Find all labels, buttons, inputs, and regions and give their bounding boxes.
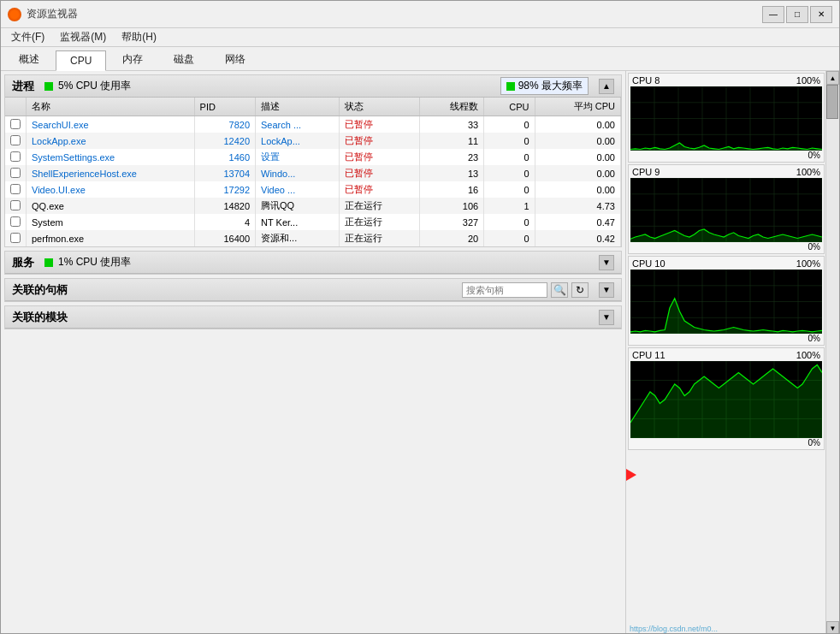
processes-title: 进程 [12, 79, 34, 94]
row-checkbox[interactable] [10, 233, 21, 243]
cpu-graph-canvas [630, 178, 822, 242]
tab-overview[interactable]: 概述 [4, 48, 54, 70]
row-checkbox-cell[interactable] [5, 149, 27, 165]
col-avgcpu: 平均 CPU [535, 98, 620, 116]
scroll-track[interactable] [826, 85, 839, 621]
table-row[interactable]: System 4 NT Ker... 正在运行 327 0 0.47 [5, 214, 621, 230]
menu-monitor[interactable]: 监视器(M) [53, 28, 113, 46]
cpu-graph-zero: 0% [630, 242, 822, 252]
cpu-graph-label: CPU 9 [632, 167, 660, 177]
close-button[interactable]: ✕ [810, 6, 832, 23]
cell-name: perfmon.exe [27, 230, 195, 246]
graph-svg [630, 270, 822, 334]
app-icon [8, 8, 21, 21]
handles-collapse-btn[interactable]: ▼ [599, 282, 614, 298]
cell-name: QQ.exe [27, 198, 195, 214]
row-checkbox[interactable] [10, 200, 21, 210]
cell-desc: NT Ker... [256, 214, 340, 230]
cpu-graph-label: CPU 8 [632, 75, 660, 86]
cell-avgcpu: 0.42 [535, 230, 620, 246]
cell-status: 已暂停 [340, 116, 419, 133]
row-checkbox-cell[interactable] [5, 133, 27, 149]
title-bar-title: 资源监视器 [27, 7, 762, 21]
col-status: 状态 [340, 98, 419, 116]
table-row[interactable]: QQ.exe 14820 腾讯QQ 正在运行 106 1 4.73 [5, 198, 621, 214]
cell-avgcpu: 0.00 [535, 116, 620, 133]
cell-avgcpu: 0.00 [535, 133, 620, 149]
cell-threads: 33 [419, 116, 483, 133]
row-checkbox[interactable] [10, 151, 21, 162]
row-checkbox[interactable] [10, 119, 21, 129]
row-checkbox-cell[interactable] [5, 214, 27, 230]
row-checkbox-cell[interactable] [5, 230, 27, 246]
graph-svg [630, 86, 822, 151]
services-title: 服务 [12, 255, 34, 270]
menu-bar: 文件(F) 监视器(M) 帮助(H) [1, 28, 839, 47]
row-checkbox-cell[interactable] [5, 165, 27, 181]
services-header[interactable]: 服务 1% CPU 使用率 ▼ [5, 252, 621, 274]
menu-file[interactable]: 文件(F) [4, 28, 51, 46]
cpu-graph-zero: 0% [630, 334, 822, 343]
right-scrollbar: ▲ ▼ [825, 71, 839, 634]
cell-avgcpu: 4.73 [535, 198, 620, 214]
cpu-graph-zero: 0% [630, 151, 822, 160]
modules-header[interactable]: 关联的模块 ▼ [5, 306, 621, 329]
table-row[interactable]: ShellExperienceHost.exe 13704 Windo... 已… [5, 165, 621, 181]
tab-network[interactable]: 网络 [210, 48, 260, 70]
cell-desc: 腾讯QQ [256, 198, 340, 214]
cell-status: 已暂停 [340, 133, 419, 149]
row-checkbox[interactable] [10, 168, 21, 178]
handles-refresh-button[interactable]: ↻ [571, 282, 589, 298]
minimize-button[interactable]: — [762, 6, 784, 23]
process-tbody: SearchUI.exe 7820 Search ... 已暂停 33 0 0.… [5, 116, 621, 247]
cell-desc: 设置 [256, 149, 340, 165]
tab-memory[interactable]: 内存 [108, 48, 157, 70]
row-checkbox[interactable] [10, 216, 21, 227]
processes-collapse-btn[interactable]: ▲ [599, 79, 614, 94]
table-row[interactable]: Video.UI.exe 17292 Video ... 已暂停 16 0 0.… [5, 181, 621, 198]
table-row[interactable]: SearchUI.exe 7820 Search ... 已暂停 33 0 0.… [5, 116, 621, 133]
svc-cpu-label: 1% CPU 使用率 [58, 255, 131, 270]
left-panel: 进程 5% CPU 使用率 98% 最大频率 ▲ 名称 [1, 71, 625, 634]
table-row[interactable]: SystemSettings.exe 1460 设置 已暂停 23 0 0.00 [5, 149, 621, 165]
menu-help[interactable]: 帮助(H) [115, 28, 163, 46]
handles-header[interactable]: 关联的句柄 🔍 ↻ ▼ [5, 279, 621, 301]
cell-threads: 23 [419, 149, 483, 165]
cpu-graph-item: CPU 8 100% 0% [628, 73, 825, 163]
cell-name: System [27, 214, 195, 230]
cell-pid: 7820 [194, 116, 255, 133]
processes-header[interactable]: 进程 5% CPU 使用率 98% 最大频率 ▲ [5, 75, 621, 98]
col-pid: PID [194, 98, 255, 116]
cell-status: 已暂停 [340, 181, 419, 198]
scroll-up-btn[interactable]: ▲ [826, 71, 839, 85]
row-checkbox[interactable] [10, 135, 21, 145]
tab-cpu[interactable]: CPU [56, 50, 106, 71]
row-checkbox-cell[interactable] [5, 198, 27, 214]
freq-indicator [506, 82, 515, 91]
cpu-graph-max: 100% [796, 350, 820, 360]
services-section: 服务 1% CPU 使用率 ▼ [4, 251, 622, 275]
table-row[interactable]: LockApp.exe 12420 LockAp... 已暂停 11 0 0.0… [5, 133, 621, 149]
table-row[interactable]: perfmon.exe 16400 资源和... 正在运行 20 0 0.42 [5, 230, 621, 246]
cell-pid: 17292 [194, 181, 255, 198]
processes-section: 进程 5% CPU 使用率 98% 最大频率 ▲ 名称 [4, 74, 622, 247]
row-checkbox-cell[interactable] [5, 116, 27, 133]
svc-indicator [44, 258, 53, 267]
modules-collapse-btn[interactable]: ▼ [599, 310, 614, 325]
cell-status: 已暂停 [340, 149, 419, 165]
cpu-graph-item: CPU 10 100% 0% [628, 256, 825, 346]
services-collapse-btn[interactable]: ▼ [599, 255, 614, 270]
handles-search-input[interactable] [462, 282, 547, 298]
max-freq-box: 98% 最大频率 [500, 77, 589, 95]
row-checkbox[interactable] [10, 184, 21, 194]
cell-status: 已暂停 [340, 165, 419, 181]
maximize-button[interactable]: □ [786, 6, 808, 23]
tab-disk[interactable]: 磁盘 [159, 48, 209, 70]
col-name: 名称 [27, 98, 195, 116]
scroll-thumb[interactable] [826, 85, 838, 119]
modules-info: ▼ [78, 310, 614, 325]
row-checkbox-cell[interactable] [5, 181, 27, 198]
handles-search-button[interactable]: 🔍 [551, 282, 568, 298]
cell-pid: 14820 [194, 198, 255, 214]
scroll-down-btn[interactable]: ▼ [826, 621, 839, 634]
